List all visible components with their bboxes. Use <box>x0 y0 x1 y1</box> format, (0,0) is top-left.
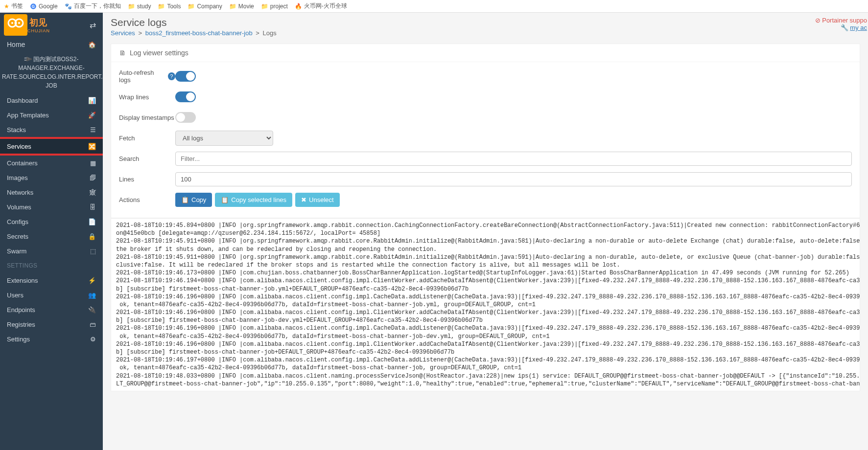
portainer-support-link[interactable]: Portainer suppo <box>822 17 867 24</box>
copy-button[interactable]: 📋Copy <box>175 193 212 207</box>
folder-icon: 📁 <box>128 3 135 10</box>
bookmark-item[interactable]: 📁Company <box>188 3 222 10</box>
google-icon: G <box>30 3 37 10</box>
breadcrumb: Services > boss2_firstmeet-boss-chat-ban… <box>111 29 860 37</box>
sidebar-item-configs[interactable]: Configs📄 <box>0 214 103 229</box>
users-icon: 👥 <box>88 292 96 299</box>
sidebar: 初见 CHUJIAN ⇄ Home 🏠 🔌国内测试BOSS2- MANAGER.… <box>0 13 103 450</box>
log-viewer[interactable]: 2021-08-18T10:19:45.894+0800 |INFO |org.… <box>111 218 860 391</box>
logo-subtext: CHUJIAN <box>27 28 50 33</box>
folder-icon: 📁 <box>229 3 236 10</box>
object-group-icon: ⬚ <box>90 248 96 255</box>
sidebar-item-stacks[interactable]: Stacks☰ <box>0 122 103 137</box>
boxes-icon: ▦ <box>90 159 96 167</box>
huobi-icon: 🔥 <box>295 3 302 10</box>
bookmark-item[interactable]: 🐾百度一下，你就知 <box>65 2 121 10</box>
bookmark-item[interactable]: G Google <box>30 3 58 10</box>
sidebar-item-settings[interactable]: Settings⚙ <box>0 332 103 346</box>
wrap-lines-toggle[interactable] <box>175 91 196 102</box>
logo-text: 初见 <box>29 17 50 28</box>
bookmarks-bar: ★书签 G Google 🐾百度一下，你就知 📁study 📁Tools 📁Co… <box>0 0 868 13</box>
breadcrumb-services[interactable]: Services <box>111 29 135 37</box>
sidebar-collapse-icon[interactable]: ⇄ <box>90 21 96 30</box>
breadcrumb-logs: Logs <box>262 29 276 37</box>
page-header: Service logs Services > boss2_firstmeet-… <box>103 13 868 39</box>
file-icon: 📄 <box>88 218 96 225</box>
sidebar-item-volumes[interactable]: Volumes🗄 <box>0 200 103 214</box>
tachometer-icon: 📊 <box>88 97 96 104</box>
sidebar-item-dashboard[interactable]: Dashboard📊 <box>0 93 103 108</box>
sidebar-environment[interactable]: 🔌国内测试BOSS2- MANAGER.EXCHANGE- RATE.SOURC… <box>0 52 103 93</box>
svg-point-4 <box>11 22 13 24</box>
sidebar-item-services[interactable]: Services🔀 <box>0 139 103 154</box>
sidebar-item-home[interactable]: Home 🏠 <box>0 37 103 52</box>
breadcrumb-service-name[interactable]: boss2_firstmeet-boss-chat-banner-job <box>145 29 253 37</box>
display-timestamps-toggle[interactable] <box>175 112 196 123</box>
sidebar-item-app-templates[interactable]: App Templates🚀 <box>0 108 103 122</box>
copy-icon: 📋 <box>181 196 189 203</box>
panel-header: 🗎 Log viewer settings <box>111 44 860 62</box>
bookmark-item[interactable]: 📁Movie <box>229 3 254 10</box>
sidebar-item-images[interactable]: Images🗐 <box>0 170 103 185</box>
search-input[interactable] <box>175 152 852 166</box>
copy-icon: 📋 <box>221 196 229 203</box>
sitemap-icon: 🕸 <box>90 189 96 196</box>
baidu-icon: 🐾 <box>65 3 72 10</box>
plug-icon: 🔌 <box>88 306 96 314</box>
close-icon: ✖ <box>301 196 306 203</box>
wrench-icon: 🔧 <box>841 24 848 31</box>
list-icon: ☰ <box>90 126 96 134</box>
database-icon: 🗃 <box>90 321 96 328</box>
lines-label: Lines <box>119 176 175 183</box>
document-icon: 🗎 <box>119 49 126 57</box>
search-label: Search <box>119 155 175 162</box>
main-content: ⊘ Portainer suppo 🔧 my ac Service logs S… <box>103 13 868 450</box>
logo-icon <box>4 14 27 36</box>
display-timestamps-label: Display timestamps <box>119 114 175 121</box>
bookmark-item[interactable]: 📁project <box>261 3 288 10</box>
logo-area[interactable]: 初见 CHUJIAN ⇄ <box>0 13 103 37</box>
folder-icon: 📁 <box>188 3 195 10</box>
cogs-icon: ⚙ <box>90 336 96 343</box>
svg-text:G: G <box>32 4 35 8</box>
sidebar-item-extensions[interactable]: Extensions⚡ <box>0 273 103 288</box>
log-viewer-settings-panel: 🗎 Log viewer settings Auto-refresh logs … <box>111 44 860 218</box>
lines-input[interactable] <box>175 172 852 186</box>
sidebar-item-users[interactable]: Users👥 <box>0 288 103 302</box>
copy-selected-button[interactable]: 📋Copy selected lines <box>215 193 292 207</box>
sidebar-settings-header: SETTINGS <box>0 258 103 273</box>
bookmark-item[interactable]: 📁Tools <box>158 3 181 10</box>
error-icon: ⊘ <box>815 17 821 24</box>
folder-icon: 📁 <box>158 3 165 10</box>
sidebar-item-containers[interactable]: Containers▦ <box>0 156 103 170</box>
fetch-label: Fetch <box>119 135 175 142</box>
support-links: ⊘ Portainer suppo 🔧 my ac <box>815 17 867 31</box>
shuffle-icon: 🔀 <box>88 143 96 150</box>
bookmark-item[interactable]: 📁study <box>128 3 151 10</box>
auto-refresh-label: Auto-refresh logs ? <box>119 69 175 84</box>
svg-point-5 <box>18 22 20 24</box>
unselect-button[interactable]: ✖Unselect <box>295 193 340 207</box>
bookmark-item[interactable]: ★书签 <box>4 2 23 10</box>
clone-icon: 🗐 <box>90 174 96 181</box>
hdd-icon: 🗄 <box>90 203 96 211</box>
help-icon[interactable]: ? <box>168 72 175 80</box>
lock-icon: 🔒 <box>88 233 96 240</box>
sidebar-item-swarm[interactable]: Swarm⬚ <box>0 244 103 258</box>
actions-label: Actions <box>119 196 175 203</box>
folder-icon: 📁 <box>261 3 268 10</box>
bookmark-item[interactable]: 🔥火币网-火币全球 <box>295 2 347 10</box>
rocket-icon: 🚀 <box>88 112 96 119</box>
page-title: Service logs <box>111 17 860 28</box>
sidebar-item-secrets[interactable]: Secrets🔒 <box>0 229 103 244</box>
fetch-select[interactable]: All logs <box>175 131 273 146</box>
bolt-icon: ⚡ <box>88 277 96 284</box>
wrap-lines-label: Wrap lines <box>119 93 175 101</box>
sidebar-item-networks[interactable]: Networks🕸 <box>0 185 103 200</box>
home-icon: 🏠 <box>88 41 96 48</box>
auto-refresh-toggle[interactable] <box>175 71 196 82</box>
sidebar-item-endpoints[interactable]: Endpoints🔌 <box>0 302 103 317</box>
my-account-link[interactable]: my ac <box>850 24 867 31</box>
sidebar-item-registries[interactable]: Registries🗃 <box>0 317 103 332</box>
star-icon: ★ <box>4 3 9 10</box>
